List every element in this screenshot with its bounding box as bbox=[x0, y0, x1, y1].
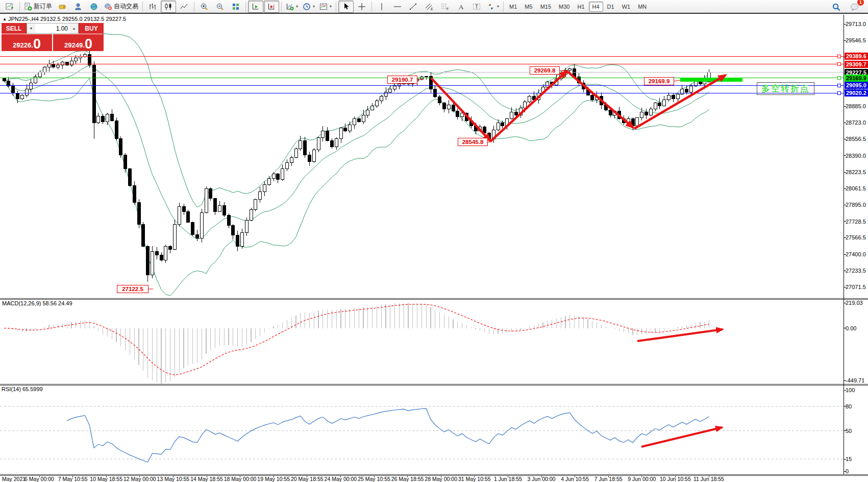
cursor-button[interactable] bbox=[338, 1, 354, 13]
svg-text:E: E bbox=[431, 7, 433, 11]
linechart-icon bbox=[180, 3, 188, 11]
search-icon bbox=[832, 3, 840, 11]
mql5-community-button[interactable] bbox=[86, 1, 102, 13]
zoom-out-button[interactable] bbox=[212, 1, 228, 13]
trend-arrow-1[interactable] bbox=[431, 78, 490, 141]
indicators-icon bbox=[286, 3, 294, 11]
timeframe-d1[interactable]: D1 bbox=[604, 2, 618, 12]
new-order-button[interactable]: 新订单 bbox=[22, 1, 54, 13]
timeframe-h4[interactable]: H4 bbox=[589, 2, 603, 12]
templates-button[interactable]: ▾ bbox=[317, 1, 334, 13]
line-handle[interactable] bbox=[837, 77, 840, 80]
trend-arrow-6[interactable] bbox=[641, 427, 722, 447]
highlight-zone[interactable] bbox=[680, 78, 742, 82]
svg-text:A: A bbox=[459, 3, 464, 11]
toolbar-separator bbox=[142, 2, 143, 12]
market-watch-button[interactable] bbox=[55, 1, 70, 13]
trend-arrow-5[interactable] bbox=[637, 329, 723, 341]
toolbar-separator bbox=[245, 2, 246, 12]
macd-signal-line bbox=[4, 304, 709, 375]
line-chart-button[interactable] bbox=[177, 1, 192, 13]
bollinger-lower-band bbox=[4, 78, 709, 296]
dropdown-arrow-icon: ▾ bbox=[330, 4, 332, 9]
bar-chart-button[interactable] bbox=[145, 1, 160, 13]
toolbar-separator bbox=[503, 2, 504, 12]
bollinger-upper-band bbox=[4, 34, 709, 207]
timeframe-m15[interactable]: M15 bbox=[537, 2, 555, 12]
auto-scroll-button[interactable] bbox=[248, 1, 263, 13]
clock-icon bbox=[303, 3, 311, 11]
line-handle[interactable] bbox=[837, 91, 840, 94]
main-toolbar: 新订单自动交易▾▾▾EFAT▾M1M5M15M30H1H4D1W1MN1 bbox=[0, 0, 868, 14]
autotrade-icon bbox=[104, 3, 112, 11]
vertical-line-button[interactable] bbox=[374, 1, 389, 13]
line-handle[interactable] bbox=[837, 84, 840, 87]
globe-icon bbox=[90, 3, 98, 11]
timeframe-m1[interactable]: M1 bbox=[506, 2, 520, 12]
zoomin-icon bbox=[200, 3, 208, 11]
dropdown-arrow-icon: ▾ bbox=[313, 4, 315, 9]
tile-icon bbox=[232, 3, 240, 11]
chartnew-icon bbox=[6, 3, 14, 11]
chart-shift-button[interactable] bbox=[264, 1, 279, 13]
rsi-line bbox=[67, 408, 709, 462]
hline-icon bbox=[393, 3, 402, 11]
timeframe-h1[interactable]: H1 bbox=[574, 2, 588, 12]
navigator-button[interactable] bbox=[70, 1, 86, 13]
sponge-icon bbox=[58, 3, 66, 11]
fibonacci-button[interactable]: F bbox=[437, 1, 453, 13]
shift-icon bbox=[267, 3, 276, 11]
notifications-button[interactable]: 1 bbox=[847, 1, 862, 13]
channel-icon: E bbox=[425, 3, 433, 11]
line-handle[interactable] bbox=[837, 55, 840, 58]
indicators-button[interactable]: ▾ bbox=[284, 1, 300, 13]
trend-arrow-4[interactable] bbox=[634, 75, 726, 129]
arrows-tool-button[interactable]: ▾ bbox=[485, 1, 501, 13]
zoomout-icon bbox=[216, 3, 224, 11]
new-chart-button[interactable] bbox=[2, 1, 17, 13]
toolbar-separator bbox=[19, 2, 20, 12]
toolbar-separator bbox=[194, 2, 194, 12]
line-handle[interactable] bbox=[837, 63, 840, 66]
trend-arrow-3[interactable] bbox=[567, 71, 633, 128]
search-button[interactable] bbox=[828, 1, 844, 13]
zoom-in-button[interactable] bbox=[196, 1, 212, 13]
new-order-label: 新订单 bbox=[34, 2, 52, 11]
textT-icon: T bbox=[473, 3, 481, 11]
time-axis-ticks bbox=[39, 475, 709, 477]
textA-icon: A bbox=[457, 3, 465, 11]
autoscroll-icon bbox=[252, 3, 260, 11]
crosshair-icon bbox=[358, 3, 366, 11]
toolbar-right: 1 bbox=[828, 1, 866, 13]
timeframe-m5[interactable]: M5 bbox=[521, 2, 536, 12]
vline-icon bbox=[378, 3, 386, 11]
timeframe-mn[interactable]: MN bbox=[634, 2, 650, 12]
horizontal-line-button[interactable] bbox=[390, 1, 405, 13]
crosshair-button[interactable] bbox=[354, 1, 369, 13]
toolbar-separator bbox=[281, 2, 282, 12]
chart-window: ▲ JPN225-,H4 29132.5 29255.0 29132.5 292… bbox=[0, 0, 868, 482]
dropdown-arrow-icon: ▾ bbox=[296, 4, 298, 9]
candlesticks bbox=[3, 50, 711, 282]
dropdown-arrow-icon: ▾ bbox=[497, 4, 499, 9]
horizontal-level-lines bbox=[0, 55, 844, 94]
text-button[interactable]: A bbox=[453, 1, 468, 13]
chart-canvas bbox=[0, 0, 868, 482]
rsi-level-lines bbox=[0, 406, 844, 459]
bars-icon bbox=[148, 3, 157, 11]
text-label-button[interactable]: T bbox=[469, 1, 484, 13]
macd-histogram bbox=[4, 303, 709, 383]
candlestick-chart-button[interactable] bbox=[161, 1, 176, 13]
toolbar-separator bbox=[336, 2, 336, 12]
equidistant-channel-button[interactable]: E bbox=[421, 1, 437, 13]
periods-button[interactable]: ▾ bbox=[301, 1, 317, 13]
timeframe-w1[interactable]: W1 bbox=[618, 2, 634, 12]
trendline-button[interactable] bbox=[406, 1, 421, 13]
timeframe-m30[interactable]: M30 bbox=[555, 2, 573, 12]
trend-arrow-2[interactable] bbox=[490, 71, 567, 141]
auto-trading-label: 自动交易 bbox=[114, 2, 138, 11]
bollinger-middle-band bbox=[4, 65, 709, 239]
toolbar-separator bbox=[371, 2, 372, 12]
tile-windows-button[interactable] bbox=[228, 1, 243, 13]
auto-trading-button[interactable]: 自动交易 bbox=[102, 1, 140, 13]
